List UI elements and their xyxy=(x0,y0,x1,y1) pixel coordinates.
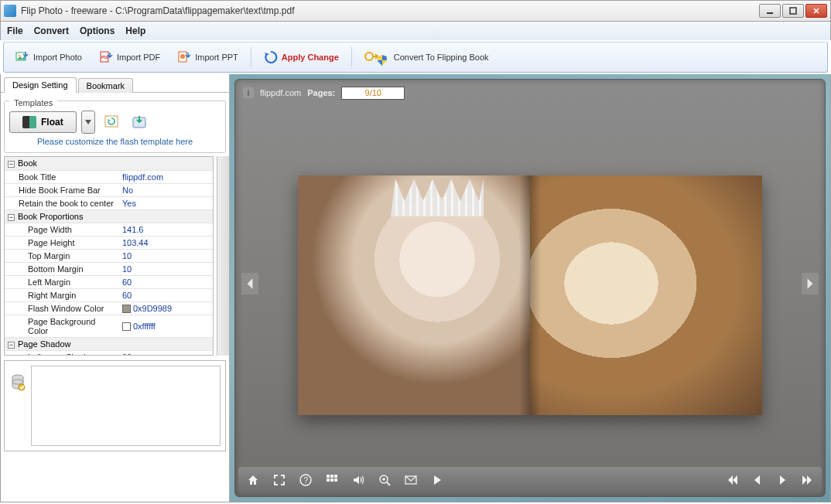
prop-hide-frame-k: Hide Book Frame Bar xyxy=(5,183,119,196)
window-titlebar: Flip Photo - freeware - C:\ProgramData\f… xyxy=(0,0,831,22)
prop-tm-k: Top Margin xyxy=(5,249,119,262)
prop-bm-v[interactable]: 10 xyxy=(119,262,213,275)
menu-help[interactable]: Help xyxy=(125,26,145,36)
thumbnails-icon[interactable] xyxy=(325,473,339,487)
prop-fwc-k: Flash Window Color xyxy=(5,301,119,315)
zoom-icon[interactable] xyxy=(378,473,392,487)
color-swatch-icon xyxy=(122,305,131,313)
svg-rect-21 xyxy=(334,478,337,482)
prop-book-title-k: Book Title xyxy=(5,170,119,183)
apply-change-label: Apply Change xyxy=(282,53,339,62)
svg-rect-20 xyxy=(330,478,333,482)
import-ppt-icon xyxy=(177,50,191,64)
templates-note: Please customize the flash template here xyxy=(9,134,221,148)
svg-rect-19 xyxy=(327,478,330,482)
prop-hide-frame-v[interactable]: No xyxy=(119,183,213,196)
convert-to-book-button[interactable]: Convert To Flipping Book xyxy=(357,46,496,69)
prop-pbc-k: Page Background Color xyxy=(5,315,119,338)
import-photo-icon xyxy=(15,50,29,64)
tab-bookmark[interactable]: Bookmark xyxy=(78,78,134,93)
fullscreen-icon[interactable] xyxy=(272,473,286,487)
template-save-button[interactable] xyxy=(128,111,151,134)
svg-rect-1 xyxy=(790,8,796,14)
home-icon[interactable] xyxy=(246,473,260,487)
templates-group-label: Templates xyxy=(9,97,57,109)
import-ppt-label: Import PPT xyxy=(195,53,238,62)
svg-point-8 xyxy=(365,53,373,60)
next-page-arrow[interactable] xyxy=(802,273,819,295)
flipbook[interactable] xyxy=(298,175,762,415)
left-tabs: Design Setting Bookmark xyxy=(1,74,229,93)
menu-bar: File Convert Options Help xyxy=(0,22,831,40)
app-icon xyxy=(4,5,16,17)
import-pdf-button[interactable]: PDF Import PDF xyxy=(92,46,167,69)
prop-book-title-v[interactable]: flippdf.com xyxy=(119,170,213,183)
prop-ls-v[interactable]: 90 xyxy=(119,351,213,356)
main-toolbar: Import Photo PDF Import PDF Import PPT A… xyxy=(3,42,828,73)
book-page-right[interactable] xyxy=(530,175,762,415)
admin-shield-icon xyxy=(378,55,387,66)
next-page-icon[interactable] xyxy=(775,473,789,487)
prop-pbc-v[interactable]: 0xffffff xyxy=(119,315,213,338)
prop-lm-k: Left Margin xyxy=(5,275,119,288)
cat-proportions: Book Proportions xyxy=(18,212,83,221)
sound-icon[interactable] xyxy=(351,473,365,487)
autoplay-icon[interactable] xyxy=(430,473,444,487)
collapse-toggle-icon[interactable]: − xyxy=(8,161,15,168)
svg-rect-17 xyxy=(330,475,333,478)
collapse-toggle-icon[interactable]: − xyxy=(8,342,15,349)
import-ppt-button[interactable]: Import PPT xyxy=(170,46,245,69)
property-preview-panel xyxy=(4,360,226,451)
template-float-button[interactable]: Float xyxy=(9,111,77,133)
prop-retain-v[interactable]: Yes xyxy=(119,196,213,209)
close-button[interactable] xyxy=(805,4,827,18)
info-icon[interactable]: i xyxy=(243,87,254,98)
minimize-button[interactable] xyxy=(759,4,781,18)
book-page-left[interactable] xyxy=(298,175,530,415)
prop-ph-v[interactable]: 103.44 xyxy=(119,236,213,249)
property-preview-area xyxy=(31,366,221,446)
prop-pw-k: Page Width xyxy=(5,223,119,236)
menu-file[interactable]: File xyxy=(7,26,23,36)
template-refresh-button[interactable] xyxy=(100,111,123,134)
menu-convert[interactable]: Convert xyxy=(34,26,69,36)
apply-change-button[interactable]: Apply Change xyxy=(257,46,346,69)
viewer-site-label: flippdf.com xyxy=(260,88,301,97)
color-swatch-icon xyxy=(122,322,131,331)
collapse-toggle-icon[interactable]: − xyxy=(8,214,15,221)
import-photo-button[interactable]: Import Photo xyxy=(9,46,89,69)
prop-fwc-v[interactable]: 0x9D9989 xyxy=(119,301,213,315)
toolbar-separator xyxy=(251,47,251,67)
prop-lm-v[interactable]: 60 xyxy=(119,275,213,288)
tab-design-setting[interactable]: Design Setting xyxy=(4,77,77,93)
help-icon[interactable]: ? xyxy=(299,473,313,487)
prop-pw-v[interactable]: 141.6 xyxy=(119,223,213,236)
menu-options[interactable]: Options xyxy=(80,26,115,36)
crown-decoration xyxy=(391,179,484,216)
prev-page-arrow[interactable] xyxy=(241,273,258,295)
prop-rm-k: Right Margin xyxy=(5,288,119,301)
property-grid[interactable]: −Book Book Titleflippdf.com Hide Book Fr… xyxy=(4,156,214,356)
prop-ph-k: Page Height xyxy=(5,236,119,249)
property-grid-scrollbar[interactable] xyxy=(217,156,229,356)
prop-tm-v[interactable]: 10 xyxy=(119,249,213,262)
svg-rect-0 xyxy=(767,12,773,14)
template-dropdown-button[interactable] xyxy=(81,111,95,134)
maximize-button[interactable] xyxy=(782,4,804,18)
templates-group: Templates Float Please customize the fla… xyxy=(4,100,226,153)
svg-text:?: ? xyxy=(304,476,309,485)
prop-retain-k: Retain the book to center xyxy=(5,196,119,209)
pages-label: Pages: xyxy=(307,88,335,97)
left-panel: Design Setting Bookmark Templates Float … xyxy=(1,74,230,502)
toolbar-separator xyxy=(351,47,352,67)
prop-ls-k: Left page Shadow xyxy=(5,351,119,356)
prop-rm-v[interactable]: 60 xyxy=(119,288,213,301)
first-page-icon[interactable] xyxy=(726,473,740,487)
prev-page-icon[interactable] xyxy=(751,473,764,487)
last-page-icon[interactable] xyxy=(800,473,814,487)
pages-input[interactable] xyxy=(341,87,405,100)
book-icon xyxy=(22,116,36,128)
convert-book-icon xyxy=(364,50,378,64)
email-icon[interactable] xyxy=(404,473,418,487)
template-float-label: Float xyxy=(41,117,63,128)
